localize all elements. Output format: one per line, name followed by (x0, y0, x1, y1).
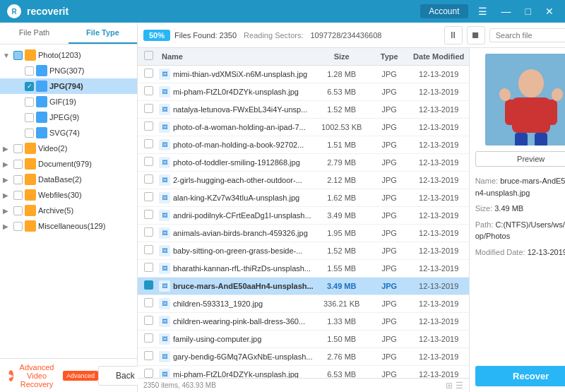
row-size-7: 1.62 MB (314, 194, 370, 202)
checkbox-archive[interactable] (13, 206, 23, 215)
row-checkbox-9[interactable] (138, 227, 159, 239)
table-row[interactable]: 🖼 children-593313_1920.jpg 336.21 KB JPG… (138, 295, 469, 313)
preview-image (485, 54, 565, 145)
table-row[interactable]: 🖼 animals-avian-birds-branch-459326.jpg … (138, 225, 469, 242)
checkbox-video[interactable] (13, 144, 23, 153)
table-row[interactable]: 🖼 photo-of-a-woman-holding-an-ipad-7... … (138, 119, 469, 136)
minimize-button[interactable]: — (497, 4, 516, 18)
logo-icon: R (7, 4, 21, 18)
checkbox-misc[interactable] (13, 222, 23, 231)
account-button[interactable]: Account (420, 4, 468, 18)
row-checkbox-17[interactable] (138, 369, 159, 378)
tab-filetype[interactable]: File Type (69, 23, 137, 44)
checkbox-gif[interactable] (25, 97, 34, 107)
checkbox-photo[interactable] (13, 51, 23, 60)
tree-item-jpeg[interactable]: JPEG(9) (0, 109, 137, 125)
checkbox-webfiles[interactable] (13, 191, 23, 200)
tree-item-gif[interactable]: GIF(19) (0, 94, 137, 109)
row-checkbox-2[interactable] (138, 104, 159, 115)
table-row[interactable]: 🖼 mi-pham-FtZL0r4DZYk-unsplash.jpg 6.53 … (138, 366, 469, 378)
pause-button[interactable]: ⏸ (444, 26, 463, 44)
row-checkbox-14[interactable] (138, 316, 159, 327)
tree-item-webfiles[interactable]: ▶ Webfiles(30) (0, 187, 137, 203)
row-checkbox-7[interactable] (138, 192, 159, 203)
tree-item-svg[interactable]: SVG(74) (0, 125, 137, 141)
grid-icon[interactable]: ⊞ (446, 381, 453, 391)
row-type-6: JPG (370, 176, 409, 184)
row-checkbox-16[interactable] (138, 351, 159, 362)
row-name-4: photo-of-man-holding-a-book-92702... (170, 141, 314, 149)
table-row[interactable]: 🖼 baby-sitting-on-green-grass-beside-...… (138, 242, 469, 260)
titlebar-controls: Account ☰ — □ ✕ (420, 4, 558, 18)
row-checkbox-12[interactable] (138, 280, 159, 292)
row-date-5: 12-13-2019 (409, 158, 469, 167)
row-checkbox-10[interactable] (138, 245, 159, 256)
tree-item-misc[interactable]: ▶ Miscellaneous(129) (0, 218, 137, 234)
checkbox-database[interactable] (13, 175, 23, 184)
close-button[interactable]: ✕ (541, 4, 558, 18)
table-row[interactable]: 🖼 mimi-thian-vdXMSiX-n6M-unsplash.jpg 1.… (138, 66, 469, 83)
row-checkbox-11[interactable] (138, 263, 159, 274)
label-document: Document(979) (38, 160, 92, 168)
hamburger-button[interactable]: ☰ (474, 4, 492, 18)
table-row[interactable]: 🖼 photo-of-toddler-smiling-1912868.jpg 2… (138, 154, 469, 172)
folder-icon-svg (36, 127, 47, 138)
row-size-6: 2.12 MB (314, 176, 370, 184)
table-row[interactable]: 🖼 family-using-computer.jpg 1.50 MB JPG … (138, 331, 469, 348)
row-size-2: 1.52 MB (314, 105, 370, 114)
row-checkbox-15[interactable] (138, 333, 159, 345)
label-svg: SVG(74) (49, 129, 80, 137)
table-row[interactable]: 🖼 alan-king-KZv7w34tIuA-unsplash.jpg 1.6… (138, 189, 469, 207)
row-checkbox-8[interactable] (138, 210, 159, 221)
arrow-document: ▶ (3, 160, 11, 168)
table-row[interactable]: 🖼 bharathi-kannan-rfL-thiRzDs-unsplash..… (138, 260, 469, 278)
stop-button[interactable]: ⏹ (467, 26, 485, 44)
col-header-date: Date Modified (409, 52, 469, 61)
reading-sectors-label: Reading Sectors: (244, 31, 303, 40)
row-checkbox-13[interactable] (138, 298, 159, 309)
row-checkbox-6[interactable] (138, 174, 159, 186)
meta-size-row: Size: 3.49 MB (475, 203, 565, 215)
row-checkbox-3[interactable] (138, 121, 159, 133)
col-header-name: Name (159, 52, 314, 61)
tree-item-jpg[interactable]: JPG(794) (0, 78, 137, 94)
checkbox-png[interactable] (25, 66, 34, 76)
row-checkbox-1[interactable] (138, 86, 159, 97)
table-row[interactable]: 🖼 photo-of-man-holding-a-book-92702... 1… (138, 136, 469, 154)
row-date-6: 12-13-2019 (409, 176, 469, 184)
tree-item-database[interactable]: ▶ DataBase(2) (0, 172, 137, 187)
row-size-15: 1.50 MB (314, 335, 370, 343)
tree-item-document[interactable]: ▶ Document(979) (0, 156, 137, 172)
row-file-icon-5: 🖼 (159, 157, 170, 168)
row-checkbox-0[interactable] (138, 69, 159, 80)
tab-filepath[interactable]: File Path (0, 23, 69, 44)
table-row[interactable]: 🖼 natalya-letunova-FWxEbL34i4Y-unsp... 1… (138, 101, 469, 119)
row-file-icon-11: 🖼 (159, 263, 170, 274)
tree-item-archive[interactable]: ▶ Archive(5) (0, 203, 137, 218)
checkbox-jpeg[interactable] (25, 113, 34, 122)
preview-button[interactable]: Preview (475, 151, 565, 167)
list-icon[interactable]: ☰ (456, 381, 463, 391)
table-row[interactable]: 🖼 andrii-podilnyk-CFrtEeaDg1I-unsplash..… (138, 207, 469, 225)
table-row[interactable]: 🖼 children-wearing-pink-ball-dress-360..… (138, 313, 469, 331)
row-type-10: JPG (370, 247, 409, 255)
table-row[interactable]: 🖼 gary-bendig-6GMq7AGxNbE-unsplash... 2.… (138, 348, 469, 366)
search-input[interactable] (489, 28, 565, 42)
tree-item-video[interactable]: ▶ Video(2) (0, 141, 137, 156)
checkbox-document[interactable] (13, 160, 23, 169)
checkbox-svg[interactable] (25, 129, 34, 138)
table-row[interactable]: 🖼 mi-pham-FtZL0r4DZYk-unsplash.jpg 6.53 … (138, 83, 469, 101)
table-row[interactable]: 🖼 bruce-mars-AndE50aaHn4-unsplash... 3.4… (138, 278, 469, 295)
row-checkbox-4[interactable] (138, 139, 159, 150)
tree-item-photo[interactable]: ▼ Photo(1203) (0, 47, 137, 63)
row-name-9: animals-avian-birds-branch-459326.jpg (170, 229, 314, 237)
header-checkbox[interactable] (144, 51, 153, 60)
maximize-button[interactable]: □ (521, 4, 535, 18)
row-date-14: 12-13-2019 (409, 317, 469, 326)
checkbox-jpg[interactable] (25, 82, 34, 91)
tree-item-png[interactable]: PNG(307) (0, 63, 137, 78)
row-checkbox-5[interactable] (138, 157, 159, 168)
table-row[interactable]: 🖼 2-girls-hugging-each-other-outdoor-...… (138, 172, 469, 189)
recover-button[interactable]: Recover (475, 366, 565, 386)
adv-video-button[interactable]: Advanced Video Recovery (16, 363, 57, 388)
